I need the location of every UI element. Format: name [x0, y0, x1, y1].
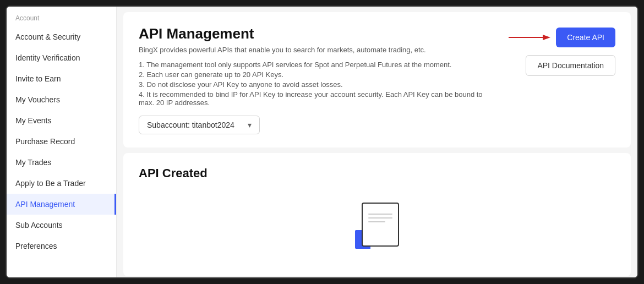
sidebar-item-label: API Management — [15, 200, 75, 209]
main-content: API Management BingX provides powerful A… — [117, 7, 637, 277]
info-item-4: 4. It is recommended to bind IP for API … — [139, 90, 498, 107]
info-item-2: 2. Each user can generate up to 20 API K… — [139, 70, 498, 79]
subaccount-dropdown[interactable]: Subaccount: titanbot2024 ▾ — [139, 116, 260, 134]
doc-lines — [368, 214, 392, 225]
arrow-row: Create API — [506, 28, 615, 47]
subaccount-label: Subaccount: titanbot2024 — [147, 121, 234, 129]
sidebar-item-api-management[interactable]: API Management — [7, 194, 116, 215]
sidebar-item-purchase-record[interactable]: Purchase Record — [7, 131, 116, 152]
doc-line-1 — [368, 214, 392, 215]
app-window: Account Account & Security Identity Veri… — [6, 6, 638, 278]
sidebar-item-label: Sub Accounts — [15, 221, 63, 230]
page-title: API Management — [139, 25, 498, 42]
info-item-1: 1. The management tool only supports API… — [139, 61, 498, 69]
api-documentation-button[interactable]: API Documentation — [526, 55, 615, 76]
top-section-left: API Management BingX provides powerful A… — [139, 25, 498, 134]
empty-document-icon — [355, 203, 399, 252]
sidebar-item-preferences[interactable]: Preferences — [7, 236, 116, 256]
api-created-title: API Created — [139, 166, 615, 181]
sidebar-item-label: My Events — [15, 116, 51, 125]
sidebar-item-label: Account & Security — [15, 32, 80, 41]
page-subtitle: BingX provides powerful APIs that enable… — [139, 46, 498, 54]
sidebar-item-label: Preferences — [15, 242, 57, 250]
sidebar-section-label: Account — [7, 7, 116, 26]
svg-marker-1 — [543, 35, 550, 40]
doc-line-2 — [368, 217, 392, 219]
sidebar-item-my-trades[interactable]: My Trades — [7, 152, 116, 173]
sidebar-item-my-events[interactable]: My Events — [7, 110, 116, 131]
sidebar-item-label: Apply to Be a Trader — [15, 179, 86, 188]
sidebar-item-label: Purchase Record — [15, 137, 75, 146]
sidebar-item-my-vouchers[interactable]: My Vouchers — [7, 89, 116, 110]
info-list: 1. The management tool only supports API… — [139, 61, 498, 107]
empty-state — [139, 192, 615, 263]
sidebar-item-apply-trader[interactable]: Apply to Be a Trader — [7, 173, 116, 194]
sidebar: Account Account & Security Identity Veri… — [7, 7, 117, 277]
sidebar-item-account-security[interactable]: Account & Security — [7, 26, 116, 47]
arrow-icon — [506, 32, 550, 43]
paper-icon — [362, 203, 399, 247]
sidebar-item-sub-accounts[interactable]: Sub Accounts — [7, 215, 116, 236]
sidebar-item-label: My Vouchers — [15, 95, 60, 104]
sidebar-item-invite-to-earn[interactable]: Invite to Earn — [7, 68, 116, 89]
create-api-button[interactable]: Create API — [556, 28, 615, 47]
sidebar-item-label: My Trades — [15, 158, 51, 167]
api-management-card: API Management BingX provides powerful A… — [123, 12, 631, 148]
sidebar-item-identity-verification[interactable]: Identity Verification — [7, 47, 116, 68]
top-section-row: API Management BingX provides powerful A… — [139, 25, 615, 134]
sidebar-item-label: Identity Verification — [15, 53, 80, 62]
arrow-indicator — [506, 32, 550, 43]
doc-line-3 — [368, 221, 385, 222]
info-item-3: 3. Do not disclose your API Key to anyon… — [139, 80, 498, 89]
sidebar-item-label: Invite to Earn — [15, 74, 61, 83]
top-section-right: Create API API Documentation — [506, 25, 615, 76]
api-created-card: API Created — [123, 153, 631, 276]
chevron-down-icon: ▾ — [248, 121, 252, 129]
